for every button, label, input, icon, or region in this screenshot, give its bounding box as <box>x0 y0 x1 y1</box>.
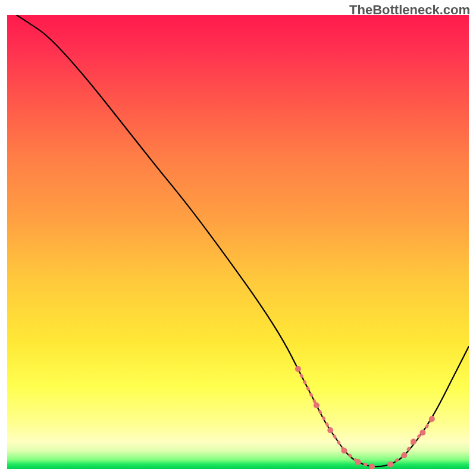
curve-dot <box>387 461 393 467</box>
curve-dot <box>314 402 320 408</box>
curve-dot <box>355 459 361 465</box>
curve-svg <box>7 15 469 469</box>
curve-dot <box>401 452 407 458</box>
curve-dot <box>369 464 375 469</box>
curve-dot <box>429 416 435 422</box>
curve-dot-connector <box>298 369 317 405</box>
dotted-segment-left <box>295 366 375 469</box>
curve-dot <box>411 439 416 444</box>
curve-dot <box>295 366 301 372</box>
bottleneck-curve <box>17 15 469 466</box>
chart-container: TheBottleneck.com <box>0 0 476 476</box>
curve-dot <box>419 430 425 436</box>
curve-dot <box>342 448 347 454</box>
watermark-text: TheBottleneck.com <box>349 2 470 18</box>
curve-dot <box>327 427 333 433</box>
plot-area <box>7 15 469 469</box>
